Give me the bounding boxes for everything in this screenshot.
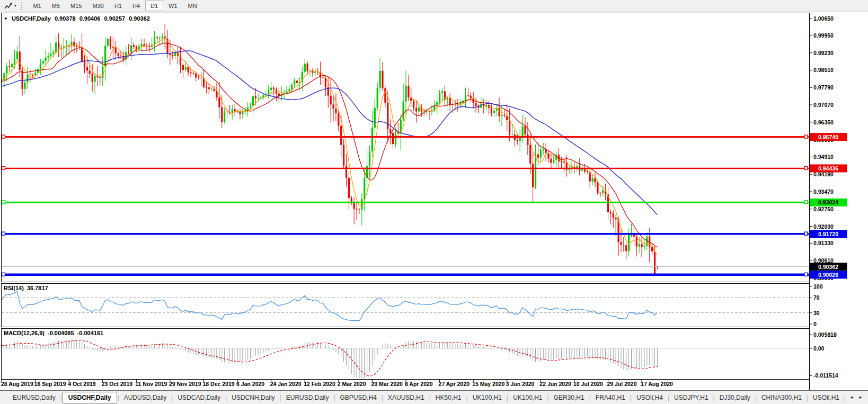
tab-separator: | <box>333 394 335 401</box>
date-tick-label: 8 Apr 2020 <box>405 381 433 387</box>
timeframe-button-d1[interactable]: D1 <box>145 1 163 11</box>
date-tick-label: 20 Mar 2020 <box>371 381 403 387</box>
tab-separator: | <box>713 394 715 401</box>
date-tick-label: 4 Oct 2019 <box>68 381 96 387</box>
price-tick-label: 0.96350 <box>813 119 834 125</box>
chart-tab-uk100-h1[interactable]: UK100,H1 <box>509 392 546 403</box>
price-tick-label: 0.97790 <box>813 84 834 91</box>
date-tick-label: 12 Feb 2020 <box>304 381 335 387</box>
date-tick-label: 29 Nov 2019 <box>169 381 201 387</box>
chart-tab-eurusd-daily[interactable]: EURUSD,Daily <box>282 392 333 403</box>
current-price-badge: 0.90362 <box>810 263 847 271</box>
macd-indicator-label: MACD(12,26,9) -0.004085 -0.004161 <box>4 330 103 336</box>
tab-separator: | <box>225 394 227 401</box>
price-tick-label: 0.99230 <box>813 50 834 56</box>
date-tick-label: 10 Jul 2020 <box>573 381 603 387</box>
tab-separator: | <box>668 394 669 401</box>
chart-tab-usoil-h1[interactable]: USOil,H1 <box>809 392 840 403</box>
svg-text:0.90362: 0.90362 <box>818 264 838 270</box>
chart-tab-dj30-daily[interactable]: DJ30,Daily <box>715 392 755 403</box>
collapse-chart-icon[interactable]: ▼ <box>4 16 8 21</box>
rsi-tick-label: 100 <box>813 283 823 290</box>
macd-tick-label: -0.011514 <box>813 372 838 379</box>
chart-tab-usdjpy-h1[interactable]: USDJPY,H1 <box>670 392 712 403</box>
quote-low: 0.90257 <box>104 15 125 22</box>
chart-symbol-period: USDCHF,Daily <box>12 15 51 22</box>
rsi-tick-label: 30 <box>813 310 820 316</box>
chart-tab-china300-h1[interactable]: CHINA300,H1 <box>757 392 806 403</box>
chart-tab-usoil-h4[interactable]: USOil,H4 <box>632 392 667 403</box>
chart-tab-uk100-h1[interactable]: UK100,H1 <box>468 392 506 403</box>
chart-canvas[interactable]: 1.006500.999500.992300.985100.977900.970… <box>0 12 868 390</box>
chart-tab-usdchf-daily[interactable]: USDCHF,Daily <box>63 392 117 403</box>
date-tick-label: 16 Sep 2019 <box>34 381 66 387</box>
macd-signal-value: -0.004161 <box>77 330 104 336</box>
tab-separator: | <box>60 394 62 401</box>
timeframe-button-mn[interactable]: MN <box>183 1 202 11</box>
tab-separator: | <box>843 394 845 401</box>
price-tick-label: 0.92750 <box>813 206 834 212</box>
tab-separator: | <box>807 394 808 401</box>
chart-title: ▼ USDCHF,Daily 0.90378 0.90406 0.90257 0… <box>4 15 150 22</box>
chart-tab-xauusd-h1[interactable]: XAUUSD,H1 <box>384 392 429 403</box>
tab-separator: | <box>755 394 757 401</box>
trading-platform-window: ▾ M1M5M15M30H1H4D1W1MN 1.006500.999500.9… <box>0 0 868 404</box>
timeframe-button-h4[interactable]: H4 <box>127 1 145 11</box>
chart-tab-usdcnh-daily[interactable]: USDCNH,Daily <box>227 392 279 403</box>
tab-separator: | <box>507 394 508 401</box>
date-tick-label: 28 Aug 2019 <box>1 381 33 387</box>
svg-text:0.93024: 0.93024 <box>818 199 838 205</box>
tab-separator: | <box>466 394 468 401</box>
timeframe-button-m15[interactable]: M15 <box>65 1 87 11</box>
date-tick-label: 11 Nov 2019 <box>135 381 167 387</box>
price-tick-label: 0.91330 <box>813 240 834 246</box>
chart-tab-usdcad-daily[interactable]: USDCAD,Daily <box>173 392 225 403</box>
quote-close: 0.90362 <box>129 15 150 22</box>
quote-open: 0.90378 <box>55 15 76 22</box>
date-tick-label: 2 Mar 2020 <box>338 381 366 387</box>
price-tick-label: 0.97070 <box>813 102 834 108</box>
tabs-scroll-right-icon[interactable]: ► <box>858 395 863 400</box>
rsi-indicator-label: RSI(14) 36.7817 <box>4 285 48 291</box>
svg-text:0.94436: 0.94436 <box>818 165 838 172</box>
price-tick-label: 0.93470 <box>813 188 834 195</box>
timeframe-button-h1[interactable]: H1 <box>109 1 127 11</box>
chart-tab-fra40-h1[interactable]: FRA40,H1 <box>591 392 630 403</box>
chart-tab-ger30-h1[interactable]: GER30,H1 <box>550 392 589 403</box>
date-tick-label: 29 Jul 2020 <box>607 381 636 387</box>
chart-window: 1.006500.999500.992300.985100.977900.970… <box>0 12 868 390</box>
level-price-badge: 0.93024 <box>810 199 847 207</box>
chart-tab-audusd-daily[interactable]: AUDUSD,Daily <box>120 392 171 403</box>
chart-tab-hk50-h1[interactable]: HK50,H1 <box>431 392 466 403</box>
timeframe-button-w1[interactable]: W1 <box>163 1 183 11</box>
rsi-tick-label: 70 <box>813 294 820 301</box>
timeframe-button-m5[interactable]: M5 <box>47 1 65 11</box>
top-toolbar: ▾ M1M5M15M30H1H4D1W1MN <box>0 0 868 12</box>
tab-separator: | <box>280 394 281 401</box>
price-tick-label: 0.99950 <box>813 32 834 39</box>
tab-separator: | <box>630 394 632 401</box>
timeframe-button-m1[interactable]: M1 <box>28 1 47 11</box>
svg-text:0.95740: 0.95740 <box>818 134 838 140</box>
chevron-down-icon[interactable]: ▾ <box>14 4 16 8</box>
chart-tab-gbpusd-h4[interactable]: GBPUSD,H4 <box>336 392 381 403</box>
date-tick-label: 18 Dec 2019 <box>202 381 234 387</box>
toolbar-grip[interactable] <box>21 2 24 10</box>
date-tick-label: 23 Oct 2019 <box>102 381 133 387</box>
rsi-value: 36.7817 <box>27 285 48 291</box>
date-tick-label: 27 Apr 2020 <box>439 381 470 387</box>
timeframe-buttons: M1M5M15M30H1H4D1W1MN <box>28 1 202 11</box>
tab-separator: | <box>429 394 431 401</box>
tabs-scroll-left-icon[interactable]: ◄ <box>849 395 854 400</box>
price-tick-label: 1.00650 <box>813 15 834 22</box>
chart-cursor-tool[interactable]: ▾ <box>2 2 18 10</box>
date-tick-label: 22 Jun 2020 <box>539 381 571 387</box>
price-tick-label: 0.98510 <box>813 67 834 73</box>
chart-tab-eurusd-daily[interactable]: EURUSD,Daily <box>8 392 60 403</box>
date-tick-label: 3 Jun 2020 <box>506 381 535 387</box>
tab-separator: | <box>382 394 383 401</box>
price-tick-label: 0.92030 <box>813 223 834 230</box>
level-price-badge: 0.90026 <box>810 271 847 279</box>
macd-name: MACD(12,26,9) <box>4 330 45 336</box>
timeframe-button-m30[interactable]: M30 <box>87 1 109 11</box>
